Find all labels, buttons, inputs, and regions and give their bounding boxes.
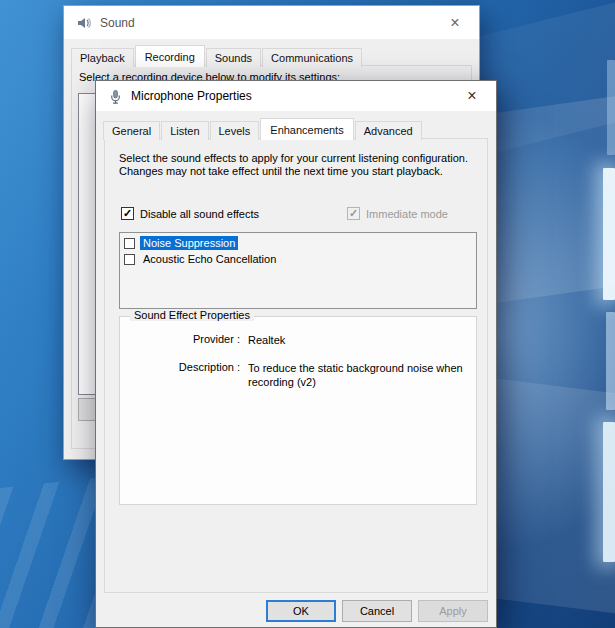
microphone-icon	[108, 89, 123, 104]
tab-playback[interactable]: Playback	[71, 48, 134, 67]
disable-all-sound-effects-row[interactable]: ✓ Disable all sound effects	[121, 207, 259, 220]
provider-value: Realtek	[248, 333, 480, 347]
group-title: Sound Effect Properties	[130, 309, 254, 321]
sound-effects-list[interactable]: Noise Suppression Acoustic Echo Cancella…	[119, 232, 477, 309]
check-icon: ✓	[349, 208, 358, 219]
wallpaper-window-pane	[603, 168, 615, 300]
wallpaper-window-pane	[607, 60, 615, 155]
effect-label[interactable]: Noise Suppression	[140, 236, 238, 250]
tab-listen[interactable]: Listen	[161, 121, 208, 140]
immediate-mode-row: ✓ Immediate mode	[347, 207, 448, 220]
microphone-properties-window: Microphone Properties × General Listen L…	[95, 80, 497, 628]
sound-titlebar[interactable]: Sound ×	[64, 6, 479, 39]
description-label: Description :	[120, 361, 240, 389]
tab-recording[interactable]: Recording	[135, 45, 205, 67]
sound-tabstrip: Playback Recording Sounds Communications	[64, 44, 479, 66]
enhancements-tabpage: Select the sound effects to apply for yo…	[104, 138, 488, 593]
wallpaper-window-pane	[603, 422, 615, 562]
mic-window-title: Microphone Properties	[131, 89, 252, 103]
check-icon: ✓	[123, 208, 132, 219]
tab-communications[interactable]: Communications	[262, 48, 362, 67]
tab-enhancements[interactable]: Enhancements	[260, 118, 353, 140]
mic-tabstrip: General Listen Levels Enhancements Advan…	[96, 117, 496, 139]
tab-sounds[interactable]: Sounds	[206, 48, 261, 67]
list-item[interactable]: Acoustic Echo Cancellation	[120, 251, 476, 267]
disable-all-label: Disable all sound effects	[140, 208, 259, 220]
cancel-button[interactable]: Cancel	[342, 600, 412, 622]
description-value: To reduce the static background noise wh…	[248, 361, 480, 389]
wallpaper-window-pane	[606, 312, 615, 410]
provider-row: Provider : Realtek	[120, 333, 480, 347]
close-icon[interactable]: ×	[441, 15, 469, 31]
mic-titlebar[interactable]: Microphone Properties ×	[96, 81, 496, 111]
close-icon[interactable]: ×	[458, 88, 486, 104]
tab-general[interactable]: General	[103, 121, 160, 140]
sound-window-title: Sound	[100, 16, 135, 30]
apply-button: Apply	[418, 600, 488, 622]
immediate-mode-label: Immediate mode	[366, 208, 448, 220]
disable-all-checkbox[interactable]: ✓	[121, 207, 134, 220]
speaker-icon	[76, 15, 92, 31]
effect-checkbox[interactable]	[124, 254, 135, 265]
description-row: Description : To reduce the static backg…	[120, 361, 480, 389]
list-item[interactable]: Noise Suppression	[120, 235, 476, 251]
effect-checkbox[interactable]	[124, 238, 135, 249]
effect-label[interactable]: Acoustic Echo Cancellation	[140, 252, 279, 266]
ok-button[interactable]: OK	[266, 600, 336, 622]
tab-levels[interactable]: Levels	[210, 121, 260, 140]
provider-label: Provider :	[120, 333, 240, 347]
tab-advanced[interactable]: Advanced	[355, 121, 422, 140]
immediate-mode-checkbox: ✓	[347, 207, 360, 220]
sound-effect-properties-group: Sound Effect Properties Provider : Realt…	[119, 316, 477, 505]
enhancements-description: Select the sound effects to apply for yo…	[119, 152, 488, 178]
